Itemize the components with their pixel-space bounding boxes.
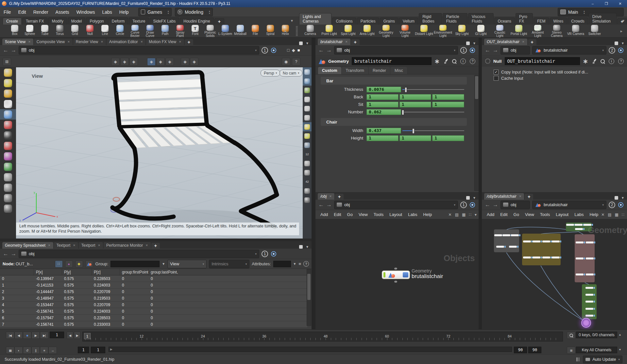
param-thickness-slider[interactable] [402,86,464,93]
toolbar-grid-icon[interactable]: ⊞ [3,58,11,66]
geo-param-path-combo[interactable]: obj ▾ [334,46,458,55]
table-row[interactable]: 3-0.1489470.5750.21950300 [0,295,307,302]
stereo-camera-tool[interactable]: Stereo Camera [547,25,566,38]
param-sit-field[interactable]: 1 [366,102,398,108]
gray-cluster[interactable] [494,229,519,252]
circle-tool[interactable]: Circle [112,25,127,38]
play-reverse-button[interactable]: ◀ [14,332,23,339]
node-bar[interactable] [552,256,560,258]
close-tab-icon[interactable]: ✕ [98,244,101,247]
display-options-toggle[interactable] [303,67,312,76]
tab-scene-view[interactable]: Scene View✕ [2,39,33,45]
pink-cluster[interactable] [575,234,595,282]
add-tab-button[interactable]: + [525,194,533,200]
range-end-field[interactable]: 90 [514,347,527,353]
param-back-field[interactable]: 1 [432,94,464,100]
grid-view-icon[interactable]: ▦ [615,212,619,217]
color-swatch-icon[interactable]: ■ [297,48,300,53]
area-light-tool[interactable]: Area Light [358,25,377,38]
null-link-badge[interactable]: 2 [609,47,615,54]
wrench-x-icon[interactable]: ✕ [449,212,452,217]
character-tool[interactable] [0,120,16,130]
key-all-channels-button[interactable]: Key All Channels [576,347,617,353]
param-sit-field[interactable]: 1 [399,102,432,108]
node-bar[interactable] [586,257,594,259]
param-tab-transform[interactable]: Transform [342,67,368,74]
add-shelf-tab-button[interactable]: + [214,18,224,25]
node-input-dot[interactable] [394,268,397,270]
multi-snap-icon[interactable]: ◈ [181,58,189,66]
add-tab-button[interactable]: + [335,194,344,200]
shelf-tab-sidefx-labs[interactable]: SideFX Labs [150,18,179,25]
table-row[interactable]: 0-0.1399470.5750.22850300 [0,275,307,282]
snapshot-toggle[interactable] [303,195,312,205]
games-spinner[interactable]: ▴▾ [168,10,169,14]
environment-light-tool[interactable]: Environment Light [433,25,452,38]
tab-textport[interactable]: Textport✕ [79,242,103,249]
shelf-tab-rigid-bodies[interactable]: Rigid Bodies [419,13,442,25]
torus-tool[interactable]: Torus [52,25,67,38]
close-tab-icon[interactable]: ✕ [67,40,70,43]
headlight-toggle[interactable] [303,122,312,131]
up-arrow-icon[interactable]: ▴ [619,333,621,336]
node-bar[interactable] [496,246,504,248]
shelf-tab-pyro-fx[interactable]: Pyro FX [516,13,533,25]
close-button[interactable]: ✕ [613,0,627,7]
column-p-y[interactable]: P[y] [62,269,92,275]
metaball-tool[interactable]: Metaball [233,25,248,38]
minimize-button[interactable]: – [586,0,600,7]
attributes-input[interactable] [273,261,291,267]
shelf-tab-create[interactable]: Create [3,18,22,25]
fog-toggle[interactable] [303,159,312,168]
grid-view-icon[interactable]: ▦ [462,212,466,217]
back-icon[interactable]: ← [318,47,324,53]
pane-maximize-icon[interactable] [466,41,470,45]
box-tool[interactable]: Box [7,25,22,38]
key-options-button[interactable]: ⊞ [567,347,575,354]
param-back-field[interactable]: 1 [399,94,432,100]
dynamics-tool[interactable] [0,151,16,161]
tab-brutalistchair[interactable]: brutalistchair✕ [318,39,350,45]
pane-menu-icon[interactable]: ▼ [621,196,624,200]
gear-icon[interactable]: ∗ [434,58,440,64]
realtime-toggle-button[interactable]: ◐ [14,347,23,354]
node-bar[interactable] [494,234,502,236]
net-menu-view[interactable]: View [522,212,537,217]
pin-orbit-icon[interactable] [270,47,277,54]
close-tab-icon[interactable]: ✕ [329,195,332,198]
layout-persons-icon[interactable]: ◉ [282,58,290,66]
brush-select-icon[interactable]: ◈ [129,58,138,66]
menu-help[interactable]: Help [116,7,132,17]
param-tab-render[interactable]: Render [369,67,390,74]
node-name-field[interactable]: brutalistchair [352,57,432,65]
spreadsheet-scrollbar[interactable] [307,269,311,326]
display-keys-button[interactable]: ▦ [6,347,14,354]
projection-pill[interactable]: Persp ▾ [261,70,280,76]
node-bar[interactable] [542,256,550,258]
playback-range-bar[interactable]: ▶ [109,347,512,352]
ambient-light-tool[interactable]: Ambient Light [528,25,547,38]
obj-network-canvas[interactable]: Objects Geometry brutalistchair [315,219,479,329]
current-frame-field[interactable]: 1 [50,332,64,338]
pane-maximize-icon[interactable] [615,196,618,200]
search-icon[interactable] [601,59,605,63]
forward-icon[interactable]: → [326,47,332,53]
jump-start-button[interactable]: |◀ [6,332,14,339]
gear-icon[interactable]: ∗ [583,58,588,64]
pane-maximize-icon[interactable] [615,41,618,45]
back-icon[interactable]: ← [318,202,324,207]
modeling-spinner[interactable]: ▴▾ [209,10,210,14]
pane-menu-icon[interactable]: ▼ [306,41,309,45]
shadow-toggle[interactable] [303,168,312,177]
list-icon[interactable]: ≡ [298,261,301,266]
obj-network-path-combo[interactable]: obj ▾ [334,201,458,209]
geonet-path-chair-chip[interactable]: brutalistchair ▾ [532,201,606,209]
prev-keyframe-button[interactable]: ◀ [67,332,73,339]
node-output-dot[interactable] [394,281,397,283]
info-icon[interactable]: i [460,58,466,64]
node-bar[interactable] [585,294,593,296]
close-tab-icon[interactable]: ✕ [73,244,76,247]
shelf-tab-particle-fluids[interactable]: Particle Fluids [443,13,467,25]
shelf-tab-lights-and-cameras[interactable]: Lights and Cameras [299,13,331,25]
tab-out-brutalistchair[interactable]: OUT_brutalistchair✕ [484,39,527,45]
